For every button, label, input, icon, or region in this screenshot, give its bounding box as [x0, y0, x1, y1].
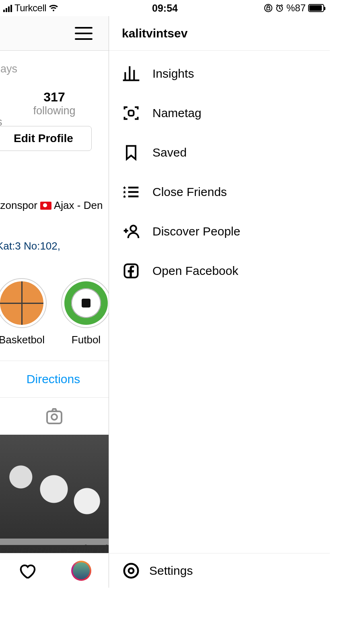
- following-label: following: [0, 105, 109, 117]
- flag-icon: [40, 202, 51, 210]
- nametag-icon: [122, 104, 140, 122]
- discover-people-icon: [122, 222, 140, 241]
- close-friends-icon: [122, 183, 140, 201]
- highlight-basketbol[interactable]: Basketbol: [0, 278, 47, 346]
- post-thumbnail[interactable]: FENERBAHCE'NİN KİM: [0, 435, 109, 553]
- edit-profile-button[interactable]: Edit Profile: [0, 126, 92, 151]
- orientation-lock-icon: [264, 4, 273, 12]
- basketball-icon: [0, 281, 43, 325]
- battery-percent: %87: [286, 2, 306, 14]
- status-bar: Turkcell 09:54 %87: [0, 0, 330, 16]
- menu-insights[interactable]: Insights: [109, 54, 330, 93]
- drawer-username: kalitvintsev: [109, 16, 330, 51]
- football-icon: [64, 281, 108, 325]
- svg-rect-1: [267, 7, 269, 10]
- wifi-icon: [49, 4, 58, 12]
- menu-label: Insights: [152, 67, 194, 80]
- profile-topbar: [0, 16, 109, 51]
- drawer-menu: Insights Nametag Saved: [109, 51, 330, 553]
- svg-point-9: [129, 568, 134, 573]
- menu-icon[interactable]: [75, 27, 93, 40]
- menu-settings[interactable]: Settings: [109, 561, 330, 580]
- profile-tab-avatar[interactable]: [71, 561, 91, 581]
- following-count: 317: [0, 90, 109, 105]
- story-highlights: Basketbol Futbol: [0, 278, 109, 346]
- bio-text: bzonspor Ajax - Den: [0, 199, 109, 212]
- signal-icon: [3, 4, 12, 12]
- svg-point-4: [51, 414, 57, 420]
- side-drawer: kalitvintsev Insights Nametag Saved: [109, 16, 330, 553]
- highlight-label: Basketbol: [0, 334, 45, 346]
- followers-cut: s: [0, 116, 2, 128]
- bottom-bar: Settings: [0, 553, 330, 588]
- insights-icon: [122, 64, 140, 83]
- profile-underlay: days s 317 following Edit Profile bzonsp…: [0, 16, 109, 553]
- activity-icon[interactable]: [18, 561, 36, 580]
- following-stat[interactable]: 317 following: [0, 90, 109, 117]
- post-headline: FENERBAHCE'NİN KİM: [0, 544, 109, 553]
- carrier-label: Turkcell: [14, 2, 46, 14]
- menu-open-facebook[interactable]: Open Facebook: [109, 251, 330, 291]
- bio-fragment-1: bzonspor: [0, 199, 37, 211]
- bookmark-icon: [122, 143, 140, 162]
- bio-fragment-2: Ajax - Den: [54, 199, 103, 211]
- battery-icon: [308, 4, 324, 12]
- menu-label: Open Facebook: [152, 264, 238, 278]
- svg-point-6: [130, 225, 136, 231]
- menu-label: Saved: [152, 146, 187, 159]
- directions-button[interactable]: Directions: [0, 361, 109, 398]
- facebook-icon: [122, 262, 140, 280]
- alarm-icon: [275, 4, 284, 12]
- days-text: days: [0, 51, 109, 87]
- menu-nametag[interactable]: Nametag: [109, 93, 330, 133]
- settings-label: Settings: [149, 564, 193, 578]
- menu-label: Nametag: [152, 106, 202, 120]
- clock: 09:54: [152, 2, 178, 14]
- svg-point-8: [124, 564, 138, 578]
- tagged-tab-icon[interactable]: [0, 398, 109, 435]
- menu-discover-people[interactable]: Discover People: [109, 212, 330, 251]
- highlight-label: Futbol: [72, 334, 101, 346]
- menu-label: Close Friends: [152, 185, 227, 199]
- highlight-futbol[interactable]: Futbol: [61, 278, 109, 346]
- settings-icon: [122, 561, 140, 580]
- menu-close-friends[interactable]: Close Friends: [109, 172, 330, 212]
- svg-rect-3: [47, 411, 62, 423]
- menu-label: Discover People: [152, 225, 240, 238]
- address-link[interactable]: Kat:3 No:102,: [0, 240, 109, 252]
- svg-rect-5: [129, 111, 134, 116]
- menu-saved[interactable]: Saved: [109, 133, 330, 172]
